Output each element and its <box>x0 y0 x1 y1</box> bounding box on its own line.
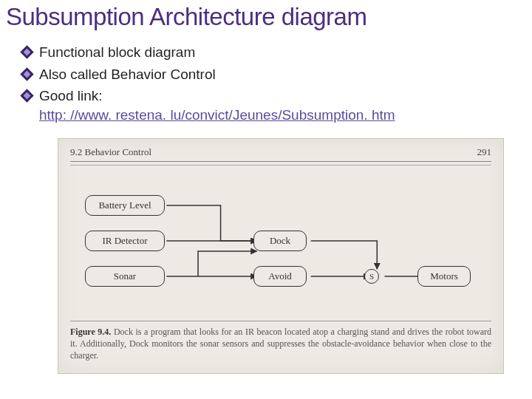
figure-scan: 9.2 Behavior Control 291 <box>58 138 504 375</box>
bullet-prefix: Good link: <box>39 88 103 103</box>
node-avoid: Avoid <box>253 266 307 287</box>
node-sonar: Sonar <box>85 266 165 287</box>
section-label: 9.2 Behavior Control <box>70 146 151 158</box>
block-diagram: Battery Level IR Detector Sonar Dock Avo… <box>70 174 491 315</box>
diamond-bullet-icon <box>20 89 33 103</box>
list-item: Also called Behavior Control <box>22 65 526 84</box>
diamond-bullet-icon <box>20 45 33 58</box>
node-suppressor: S <box>364 269 379 284</box>
caption-label: Figure 9.4. <box>70 327 111 337</box>
list-item: Functional block diagram <box>22 43 526 62</box>
bullet-text: Also called Behavior Control <box>39 65 526 84</box>
reference-link[interactable]: http: //www. restena. lu/convict/Jeunes/… <box>39 106 395 125</box>
list-item: Good link: http: //www. restena. lu/conv… <box>22 86 526 124</box>
node-battery-level: Battery Level <box>85 195 165 216</box>
diamond-bullet-icon <box>20 67 33 81</box>
bullet-text: Functional block diagram <box>39 43 526 62</box>
caption-text: Dock is a program that looks for an IR b… <box>70 327 491 361</box>
slide-title: Subsumption Architecture diagram <box>6 0 526 43</box>
node-ir-detector: IR Detector <box>85 231 165 251</box>
node-dock: Dock <box>253 231 307 251</box>
page-number: 291 <box>477 146 492 158</box>
figure-caption: Figure 9.4. Dock is a program that looks… <box>70 321 491 362</box>
bullet-list: Functional block diagram Also called Beh… <box>6 43 526 125</box>
node-motors: Motors <box>417 266 471 287</box>
book-header: 9.2 Behavior Control 291 <box>70 146 491 162</box>
bullet-text: Good link: http: //www. restena. lu/conv… <box>39 86 526 124</box>
slide: Subsumption Architecture diagram Functio… <box>0 0 532 399</box>
header-rule <box>70 165 491 166</box>
